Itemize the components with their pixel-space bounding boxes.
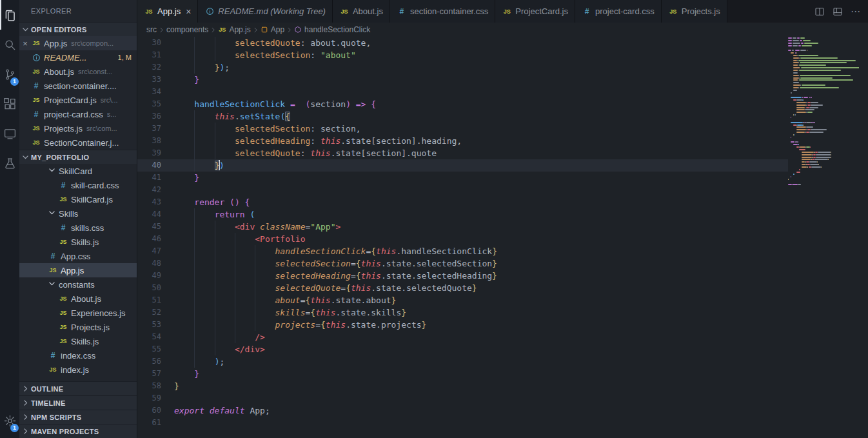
pane-header-maven-projects[interactable]: MAVEN PROJECTS — [19, 424, 137, 438]
code-line-34[interactable]: 34 — [137, 86, 788, 98]
activity-item-manage[interactable]: 1 — [0, 406, 19, 435]
tab-projects-js[interactable]: JSProjects.js — [662, 0, 727, 23]
code-line-44[interactable]: 44 return ( — [137, 208, 788, 221]
tree-item-index-js[interactable]: JSindex.js — [19, 363, 137, 377]
tab-about-js[interactable]: JSAbout.js — [333, 0, 390, 23]
open-editor-projects-js[interactable]: JSProjects.jssrc\com... — [19, 121, 137, 135]
tree-item-app-js[interactable]: JSApp.js — [19, 263, 137, 277]
code-line-51[interactable]: 51 about={this.state.about} — [137, 294, 788, 306]
line-number[interactable]: 61 — [137, 417, 161, 429]
code-line-39[interactable]: 39 selectedQuote: this.state[section].qu… — [137, 147, 788, 159]
code-line-49[interactable]: 49 selectedHeading={this.state.selectedH… — [137, 270, 788, 282]
open-editor-section-container[interactable]: #section-container.... — [19, 79, 137, 93]
open-editor-about-js[interactable]: JSAbout.jssrc\const... — [19, 65, 137, 79]
code-area[interactable]: 30 selectedQuote: about.quote,31 selecte… — [137, 37, 788, 438]
code-line-36[interactable]: 36 this.setState({ — [137, 110, 788, 123]
pane-header-timeline[interactable]: TIMELINE — [19, 395, 137, 410]
pane-header-outline[interactable]: OUTLINE — [19, 381, 137, 395]
code-line-37[interactable]: 37 selectedSection: section, — [137, 123, 788, 135]
open-editor-sectioncontainer-j[interactable]: JSSectionContainer.j... — [19, 135, 137, 150]
line-number[interactable]: 40 — [137, 159, 161, 172]
line-number[interactable]: 44 — [137, 208, 161, 221]
code-line-52[interactable]: 52 skills={this.state.skills} — [137, 306, 788, 319]
tree-item-skillcard-js[interactable]: JSSkillCard.js — [19, 192, 137, 206]
open-editor-projectcard-js[interactable]: JSProjectCard.jssrc\... — [19, 93, 137, 107]
line-number[interactable]: 53 — [137, 319, 161, 331]
code-line-60[interactable]: 60export default App; — [137, 404, 788, 417]
tree-item-experiences-js[interactable]: JSExperiences.js — [19, 306, 137, 320]
code-line-46[interactable]: 46 <Portfolio — [137, 233, 788, 245]
line-number[interactable]: 36 — [137, 110, 161, 123]
code-line-58[interactable]: 58} — [137, 380, 788, 392]
line-number[interactable]: 58 — [137, 380, 161, 392]
line-number[interactable]: 51 — [137, 294, 161, 306]
tree-item-skill-card-css[interactable]: #skill-card.css — [19, 178, 137, 192]
tree-item-app-css[interactable]: #App.css — [19, 249, 137, 263]
breadcrumb-item-handlesectionclick[interactable]: handleSectionClick — [294, 25, 370, 34]
tree-item-constants[interactable]: constants — [19, 277, 137, 292]
activity-item-explorer[interactable] — [0, 0, 19, 30]
close-icon[interactable]: × — [19, 39, 31, 48]
minimap[interactable] — [788, 37, 859, 438]
activity-item-testing[interactable] — [0, 148, 19, 178]
open-editor-app-js[interactable]: ×JSApp.jssrc\compon... — [19, 36, 137, 50]
tree-item-skills-js[interactable]: JSSkills.js — [19, 235, 137, 249]
code-line-53[interactable]: 53 projects={this.state.projects} — [137, 319, 788, 331]
line-number[interactable]: 37 — [137, 123, 161, 135]
tab-section-container-css[interactable]: #section-container.css — [390, 0, 495, 23]
breadcrumb-item-components[interactable]: components — [166, 25, 208, 34]
line-number[interactable]: 49 — [137, 270, 161, 282]
line-number[interactable]: 35 — [137, 98, 161, 110]
line-number[interactable]: 59 — [137, 392, 161, 404]
line-number[interactable]: 33 — [137, 74, 161, 86]
tree-item-skillcard[interactable]: SkillCard — [19, 164, 137, 178]
line-number[interactable]: 60 — [137, 404, 161, 417]
code-line-50[interactable]: 50 selectedQuote={this.state.selectedQuo… — [137, 282, 788, 294]
tree-item-skills[interactable]: Skills — [19, 206, 137, 221]
toggle-layout-button[interactable] — [833, 6, 843, 17]
code-line-57[interactable]: 57 } — [137, 368, 788, 380]
line-number[interactable]: 55 — [137, 343, 161, 355]
code-line-55[interactable]: 55 </div> — [137, 343, 788, 355]
line-number[interactable]: 52 — [137, 306, 161, 319]
tab-projectcard-js[interactable]: JSProjectCard.js — [495, 0, 575, 23]
activity-item-source-control[interactable]: 1 — [0, 59, 19, 89]
code-line-32[interactable]: 32 }); — [137, 61, 788, 74]
code-line-41[interactable]: 41 } — [137, 172, 788, 184]
line-number[interactable]: 45 — [137, 221, 161, 233]
code-line-30[interactable]: 30 selectedQuote: about.quote, — [137, 37, 788, 49]
line-number[interactable]: 42 — [137, 184, 161, 196]
line-number[interactable]: 47 — [137, 245, 161, 257]
pane-header-open-editors[interactable]: OPEN EDITORS — [19, 22, 137, 36]
activity-item-remote-explorer[interactable] — [0, 119, 19, 148]
pane-header-my-portfolio[interactable]: MY_PORTFOLIO — [19, 150, 137, 164]
tree-item-skills-css[interactable]: #skills.css — [19, 221, 137, 235]
pane-header-npm-scripts[interactable]: NPM SCRIPTS — [19, 410, 137, 424]
tab-project-card-css[interactable]: #project-card.css — [575, 0, 662, 23]
line-number[interactable]: 46 — [137, 233, 161, 245]
line-number[interactable]: 48 — [137, 257, 161, 270]
code-line-33[interactable]: 33 } — [137, 74, 788, 86]
line-number[interactable]: 34 — [137, 86, 161, 98]
code-line-47[interactable]: 47 handleSectionClick={this.handleSectio… — [137, 245, 788, 257]
code-line-43[interactable]: 43 render () { — [137, 196, 788, 208]
breadcrumb-item-app-js[interactable]: JSApp.js — [218, 25, 250, 34]
line-number[interactable]: 39 — [137, 147, 161, 159]
code-line-45[interactable]: 45 <div className="App"> — [137, 221, 788, 233]
breadcrumb-item-app[interactable]: App — [261, 25, 284, 34]
line-number[interactable]: 50 — [137, 282, 161, 294]
code-line-35[interactable]: 35 handleSectionClick = (section) => { — [137, 98, 788, 110]
line-number[interactable]: 43 — [137, 196, 161, 208]
close-icon[interactable]: × — [186, 7, 191, 16]
tree-item-skills-js[interactable]: JSSkills.js — [19, 334, 137, 348]
code-line-54[interactable]: 54 /> — [137, 331, 788, 343]
code-line-59[interactable]: 59 — [137, 392, 788, 404]
code-line-48[interactable]: 48 selectedSection={this.state.selectedS… — [137, 257, 788, 270]
line-number[interactable]: 56 — [137, 355, 161, 368]
scrollbar[interactable] — [859, 37, 868, 438]
open-editor-project-card-css[interactable]: #project-card.csss... — [19, 107, 137, 121]
line-number[interactable]: 54 — [137, 331, 161, 343]
split-editor-button[interactable] — [814, 6, 825, 17]
code-line-42[interactable]: 42 — [137, 184, 788, 196]
more-actions-button[interactable]: ⋯ — [851, 6, 860, 17]
